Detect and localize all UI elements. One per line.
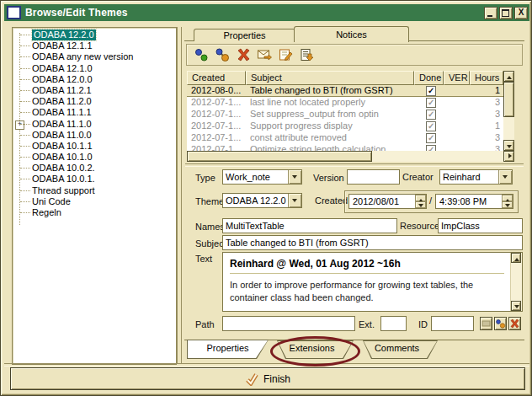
tab-properties-bottom[interactable]: Properties bbox=[187, 340, 269, 359]
id-input[interactable] bbox=[431, 316, 474, 331]
tree-item[interactable]: ODABA 11.2.1 bbox=[13, 85, 176, 96]
export-document-icon[interactable] bbox=[299, 47, 314, 62]
maximize-button[interactable] bbox=[499, 7, 513, 19]
text-divider bbox=[230, 273, 504, 274]
tree-item[interactable]: ODABA 12.1.0 bbox=[13, 63, 176, 74]
tree-item[interactable]: ODABA 11.1.1 bbox=[13, 107, 176, 118]
creator-dropdown[interactable]: Reinhard bbox=[439, 169, 513, 185]
table-horizontal-scrollbar[interactable] bbox=[187, 151, 514, 162]
path-label: Path bbox=[195, 319, 215, 329]
done-checkbox[interactable] bbox=[426, 110, 436, 120]
names-input[interactable]: MultiTextTable bbox=[222, 218, 397, 233]
done-checkbox[interactable] bbox=[426, 86, 436, 96]
splitter[interactable] bbox=[177, 27, 182, 363]
table-vertical-scrollbar[interactable] bbox=[503, 71, 514, 151]
ext-input[interactable] bbox=[380, 316, 407, 331]
minimize-button[interactable] bbox=[484, 7, 497, 19]
tree-item[interactable]: ODABA 10.0.1. bbox=[13, 174, 176, 185]
resource-input[interactable]: ImpClass bbox=[438, 218, 523, 233]
scroll-down-button[interactable] bbox=[503, 140, 514, 151]
version-label: Version bbox=[313, 173, 344, 183]
tree-item[interactable]: ODABA 10.1.0 bbox=[13, 152, 176, 163]
expand-icon[interactable]: + bbox=[15, 120, 24, 130]
version-input[interactable] bbox=[347, 169, 400, 185]
spin-down-icon[interactable] bbox=[415, 201, 426, 208]
tree-item-label: Regeln bbox=[32, 207, 61, 218]
table-row[interactable]: 2012-07-1 Optimize string length calcula… bbox=[187, 144, 503, 151]
title-bar: Browse/Edit Themes X bbox=[4, 4, 529, 21]
delete-icon[interactable] bbox=[236, 47, 251, 62]
scroll-right-button[interactable] bbox=[503, 151, 514, 162]
created-time-spinner[interactable]: 4:39:08 PM bbox=[435, 194, 513, 209]
tree-item[interactable]: ODABA 12.0.0 bbox=[13, 74, 176, 85]
chevron-down-icon[interactable] bbox=[498, 170, 512, 184]
ext-label: Ext. bbox=[359, 319, 375, 329]
insert-icon[interactable] bbox=[194, 47, 209, 62]
clear-path-button[interactable] bbox=[508, 317, 521, 330]
scroll-up-button[interactable] bbox=[511, 253, 521, 263]
tree-item[interactable]: ODABA 11.2.0 bbox=[13, 96, 176, 107]
spin-up-icon[interactable] bbox=[502, 195, 513, 201]
tree-item-label: ODABA 11.1.0 bbox=[32, 119, 92, 130]
table-row[interactable]: 2012-07-1... const attribute removed 3 bbox=[187, 132, 503, 144]
tree-item[interactable]: ODABA 10.1.1 bbox=[13, 141, 176, 152]
chevron-down-icon[interactable] bbox=[288, 170, 301, 184]
table-row[interactable]: 2012-08-0... Table changed to BTI (from … bbox=[187, 85, 503, 97]
link-icon[interactable] bbox=[215, 47, 230, 62]
send-mail-icon[interactable] bbox=[257, 47, 272, 62]
tab-comments[interactable]: Comments bbox=[354, 340, 439, 359]
path-input[interactable] bbox=[222, 316, 355, 331]
tree-item[interactable]: Thread support bbox=[13, 185, 176, 196]
spin-up-icon[interactable] bbox=[415, 195, 426, 201]
tree-item[interactable]: ODABA 12.1.1 bbox=[13, 40, 176, 51]
scroll-up-button[interactable] bbox=[503, 71, 514, 82]
done-checkbox[interactable] bbox=[426, 121, 436, 131]
column-header-created[interactable]: Created bbox=[187, 71, 246, 85]
tree-item[interactable]: Regeln bbox=[13, 207, 176, 218]
text-editor[interactable]: Reinhard @ Wed, 01 Aug 2012 ~16h In orde… bbox=[222, 252, 523, 312]
created-group: 2012/08/01 / 4:39:08 PM bbox=[344, 190, 519, 213]
text-vertical-scrollbar[interactable] bbox=[510, 253, 522, 311]
vertical-scroll-thumb[interactable] bbox=[503, 82, 514, 117]
edit-note-icon[interactable] bbox=[278, 47, 293, 62]
theme-label: Theme bbox=[195, 196, 224, 206]
browse-path-button-disabled[interactable] bbox=[480, 317, 492, 330]
column-header-hours[interactable]: Hours bbox=[470, 71, 503, 85]
subject-input[interactable]: Table changed to BTI (from GSRT) bbox=[222, 235, 523, 250]
tree-item[interactable]: ODABA 10.0.2. bbox=[13, 163, 176, 174]
column-header-ver[interactable]: VER bbox=[444, 71, 470, 85]
done-checkbox[interactable] bbox=[426, 98, 436, 108]
tab-properties-top[interactable]: Properties bbox=[194, 29, 295, 41]
chevron-down-icon[interactable] bbox=[288, 194, 301, 207]
separator bbox=[4, 363, 529, 367]
table-row[interactable]: 2012-07-1... Support progress display 1 bbox=[187, 120, 503, 132]
tab-notices[interactable]: Notices bbox=[294, 26, 409, 42]
tree-item[interactable]: ODABA any new version bbox=[13, 51, 176, 62]
table-row[interactable]: 2012-07-1... Set suppress_output from op… bbox=[187, 109, 503, 120]
done-checkbox[interactable] bbox=[426, 145, 436, 151]
theme-tree[interactable]: ODABA 12.2.0 ODABA 12.1.1 ODABA any new … bbox=[12, 27, 177, 365]
tree-item[interactable]: +ODABA 11.1.0 bbox=[13, 119, 176, 130]
link-resource-button[interactable] bbox=[494, 317, 507, 330]
close-button[interactable]: X bbox=[514, 7, 528, 19]
type-label: Type bbox=[195, 173, 215, 183]
minimize-icon bbox=[487, 15, 492, 17]
horizontal-scroll-thumb[interactable] bbox=[187, 151, 372, 162]
created-date-spinner[interactable]: 2012/08/01 bbox=[348, 194, 427, 209]
table-row[interactable]: 2012-07-1... last line not located prope… bbox=[187, 97, 503, 109]
tree-item[interactable]: ODABA 12.2.0 bbox=[13, 29, 176, 40]
spin-down-icon[interactable] bbox=[502, 201, 513, 208]
scroll-down-button[interactable] bbox=[511, 301, 521, 311]
theme-dropdown[interactable]: ODABA 12.2.0 bbox=[222, 193, 302, 208]
text-body: In order to improve performance for grow… bbox=[230, 279, 504, 304]
finish-button[interactable]: Finish bbox=[10, 367, 525, 390]
done-checkbox[interactable] bbox=[426, 133, 436, 143]
column-header-subject[interactable]: Subject bbox=[246, 71, 414, 85]
date-time-separator: / bbox=[429, 195, 432, 206]
type-dropdown[interactable]: Work_note bbox=[222, 169, 302, 185]
check-icon bbox=[245, 372, 258, 386]
tree-item[interactable]: ODABA 11.0.0 bbox=[13, 130, 176, 141]
tree-item[interactable]: Uni Code bbox=[13, 196, 176, 207]
tree-item-label: ODABA 12.0.0 bbox=[32, 74, 93, 85]
column-header-done[interactable]: Done bbox=[414, 71, 444, 85]
